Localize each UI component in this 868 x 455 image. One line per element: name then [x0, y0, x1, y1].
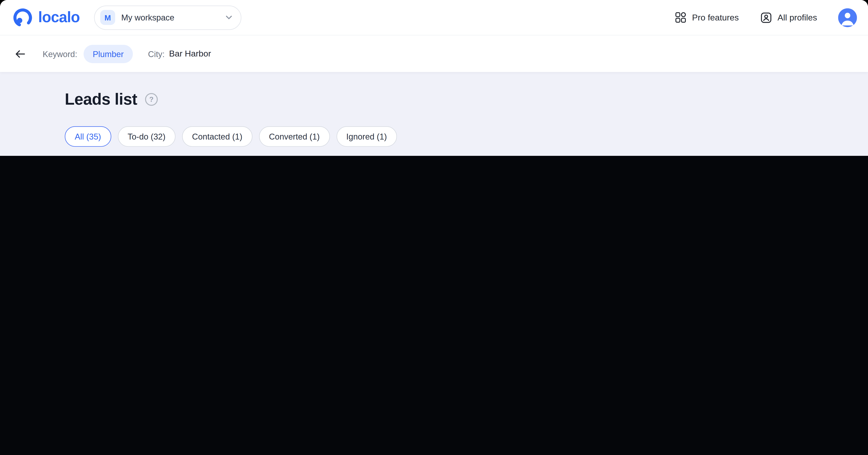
svg-text:?: ? [149, 96, 153, 103]
workspace-selector[interactable]: M My workspace [94, 5, 242, 30]
help-icon[interactable]: ? [145, 92, 158, 107]
profiles-icon [760, 11, 772, 24]
arrow-left-icon [14, 48, 26, 60]
main-content: Leads list ? All (35) To-do (32) Contact… [0, 72, 868, 156]
chevron-down-icon [226, 16, 232, 19]
workspace-initial-badge: M [100, 10, 115, 25]
pro-features-link[interactable]: Pro features [675, 11, 739, 23]
title-row: Leads list ? [65, 90, 803, 109]
localo-logo[interactable]: localo [12, 7, 80, 28]
stage: localo M My workspace Pro features [0, 0, 868, 156]
all-profiles-label: All profiles [778, 12, 817, 23]
keyword-chip: Plumber [83, 44, 133, 63]
page-title: Leads list [65, 90, 137, 109]
status-filter-tabs: All (35) To-do (32) Contacted (1) Conver… [65, 126, 803, 147]
back-button[interactable] [14, 48, 26, 60]
keyword-label: Keyword: [43, 49, 77, 59]
nav-left: localo M My workspace [12, 5, 241, 30]
nav-right: Pro features All profiles [675, 8, 857, 27]
apps-grid-icon [675, 11, 686, 23]
tab-todo[interactable]: To-do (32) [118, 126, 176, 147]
all-profiles-link[interactable]: All profiles [760, 11, 817, 24]
tab-ignored[interactable]: Ignored (1) [336, 126, 397, 147]
logo-text: localo [38, 9, 80, 26]
city-label: City: [148, 49, 165, 59]
localo-logo-icon [12, 7, 33, 28]
pro-features-label: Pro features [692, 12, 739, 23]
city-value: Bar Harbor [169, 49, 211, 59]
tab-all[interactable]: All (35) [65, 126, 111, 147]
app-window: localo M My workspace Pro features [0, 0, 868, 156]
tab-converted[interactable]: Converted (1) [259, 126, 330, 147]
workspace-name: My workspace [121, 13, 220, 22]
tab-contacted[interactable]: Contacted (1) [182, 126, 252, 147]
user-avatar[interactable] [838, 8, 857, 27]
top-nav: localo M My workspace Pro features [0, 0, 868, 35]
context-bar: Keyword: Plumber City: Bar Harbor [0, 35, 868, 72]
